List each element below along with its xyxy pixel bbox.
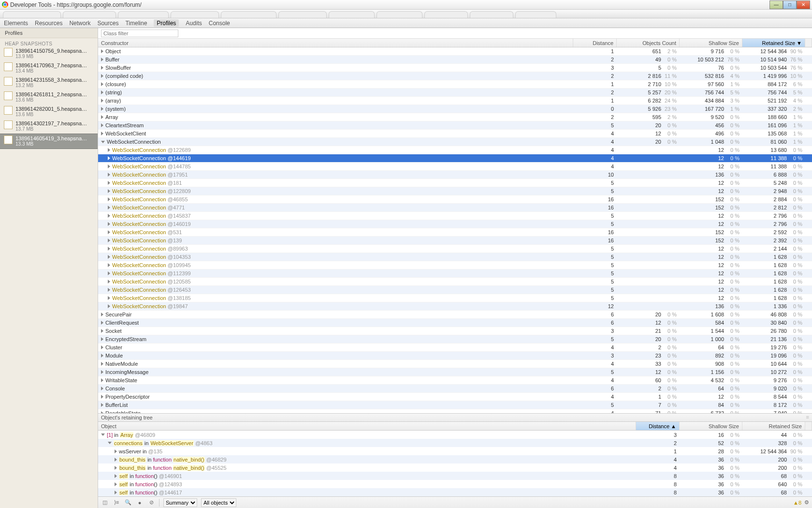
retainer-row[interactable]: [1] in Array @46809 3 160 % 440 % [98,431,812,439]
disclosure-triangle-icon[interactable] [101,362,103,366]
window-close-button[interactable]: ✕ [797,0,810,9]
panel-tab-audits[interactable]: Audits [186,20,202,27]
col-constructor[interactable]: Constructor [98,39,573,47]
constructor-row[interactable]: CleartextStream 5 200 % 4560 % 161 0961 … [98,121,812,130]
disclosure-triangle-icon[interactable] [108,206,110,209]
disclosure-triangle-icon[interactable] [108,239,110,242]
browser-tab[interactable] [278,11,327,18]
snapshot-item[interactable]: 1389614150756_9.heapsna… 13.9 MB [0,46,98,61]
dock-icon[interactable]: ◫ [101,499,109,507]
browser-tab[interactable] [171,11,219,18]
col-distance[interactable]: Distance [573,39,617,47]
rcol-retained[interactable]: Retained Size [742,422,805,430]
constructor-row[interactable]: Console 6 20 % 640 % 9 0200 % [98,385,812,393]
constructor-row[interactable]: NativeModule 4 330 % 9080 % 10 6440 % [98,360,812,368]
constructor-row[interactable]: (array) 1 6 28224 % 434 8843 % 521 1924 … [98,97,812,105]
disclosure-triangle-icon[interactable] [108,189,110,193]
view-select[interactable]: Summary [163,498,197,507]
disclosure-triangle-icon[interactable] [108,156,110,160]
disclosure-triangle-icon[interactable] [101,58,103,61]
disclosure-triangle-icon[interactable] [108,164,110,168]
constructor-row[interactable]: SlowBuffer 3 50 % 760 % 10 503 54476 % [98,64,812,72]
panel-tab-network[interactable]: Network [69,20,90,27]
disclosure-triangle-icon[interactable] [101,99,103,103]
constructor-row[interactable]: Array 2 5952 % 9 5200 % 188 6601 % [98,113,812,121]
browser-tab[interactable] [424,11,468,18]
browser-tab[interactable] [329,11,375,18]
disclosure-triangle-icon[interactable] [108,214,110,218]
rcol-object[interactable]: Object [98,422,636,430]
disclosure-triangle-icon[interactable] [101,123,103,127]
constructor-row[interactable]: (compiled code) 2 2 81611 % 532 8164 % 1… [98,72,812,80]
snapshot-item[interactable]: 1389614282001_5.heapsna… 13.6 MB [0,105,98,119]
panel-tab-elements[interactable]: Elements [4,20,28,27]
disclosure-triangle-icon[interactable] [108,271,110,275]
constructor-row[interactable]: WebSocketClient 4 120 % 4960 % 135 0681 … [98,130,812,138]
browser-tab[interactable] [221,11,276,18]
constructor-row[interactable]: WebSocketConnection @126453 5 120 % 1 62… [98,286,812,294]
disclosure-triangle-icon[interactable] [108,197,110,201]
constructor-row[interactable]: WebSocketConnection @112399 5 120 % 1 62… [98,269,812,278]
disclosure-triangle-icon[interactable] [115,482,117,486]
constructor-row[interactable]: WebSocketConnection @17951 10 1360 % 6 8… [98,171,812,179]
disclosure-triangle-icon[interactable] [115,458,117,462]
snapshot-item[interactable]: 1389614170963_7.heapsna… 13.4 MB [0,61,98,75]
browser-tab[interactable] [515,11,556,18]
snapshot-item[interactable]: 1389614261811_2.heapsna… 13.6 MB [0,90,98,105]
disclosure-triangle-icon[interactable] [108,181,110,185]
constructor-row[interactable]: WebSocketConnection @138185 5 120 % 1 62… [98,294,812,302]
constructor-row[interactable]: ReadableState 4 710 % 6 7320 % 7 9400 % [98,409,812,413]
disclosure-triangle-icon[interactable] [101,354,103,358]
disclosure-triangle-icon[interactable] [108,222,110,226]
disclosure-triangle-icon[interactable] [101,329,103,333]
disclosure-triangle-icon[interactable] [108,280,110,284]
col-objects-count[interactable]: Objects Count [617,39,680,47]
retainer-row[interactable]: self in function() @124893 8 360 % 6400 … [98,480,812,488]
class-filter-input[interactable] [101,30,178,37]
disclosure-triangle-icon[interactable] [101,90,103,94]
disclosure-triangle-icon[interactable] [108,230,110,234]
constructor-row[interactable]: WritableState 4 600 % 4 5320 % 9 2760 % [98,376,812,385]
constructor-row[interactable]: Socket 3 210 % 1 5440 % 26 7800 % [98,327,812,335]
disclosure-triangle-icon[interactable] [108,247,110,251]
disclosure-triangle-icon[interactable] [101,337,103,341]
retainers-splitter[interactable]: Object's retaining tree [98,413,812,422]
constructor-row[interactable]: WebSocketConnection @89963 5 120 % 2 144… [98,245,812,253]
constructor-row[interactable]: BufferList 5 70 % 840 % 8 1720 % [98,401,812,409]
constructor-row[interactable]: WebSocketConnection @46855 16 1520 % 2 8… [98,195,812,204]
browser-tab[interactable] [470,11,513,18]
disclosure-triangle-icon[interactable] [108,173,110,177]
disclosure-triangle-icon[interactable] [108,296,110,300]
panel-tab-sources[interactable]: Sources [97,20,118,27]
retainer-row[interactable]: self in function() @146901 8 360 % 680 % [98,472,812,480]
window-minimize-button[interactable]: — [769,0,783,9]
snapshot-item[interactable]: 1389614605419_3.heapsna… 13.3 MB [0,134,98,149]
constructor-row[interactable]: WebSocketConnection @122809 5 120 % 2 94… [98,187,812,195]
disclosure-triangle-icon[interactable] [101,403,103,407]
constructors-grid[interactable]: Object 1 6512 % 9 7160 % 12 544 36490 % … [98,47,812,413]
disclosure-triangle-icon[interactable] [108,304,110,308]
disclosure-triangle-icon[interactable] [101,345,103,349]
constructor-row[interactable]: PropertyDescriptor 4 10 % 120 % 8 5440 % [98,393,812,401]
constructor-row[interactable]: IncomingMessage 5 120 % 1 1560 % 10 2720… [98,368,812,376]
disclosure-triangle-icon[interactable] [101,132,103,135]
snapshot-item[interactable]: 1389614302197_7.heapsna… 13.7 MB [0,119,98,134]
snapshot-item[interactable]: 1389614231558_3.heapsna… 13.2 MB [0,75,98,90]
disclosure-triangle-icon[interactable] [101,387,103,390]
constructor-row[interactable]: WebSocketConnection @19847 12 1360 % 1 3… [98,302,812,311]
constructor-row[interactable]: (system) 0 5 92623 % 167 7201 % 337 3202… [98,105,812,113]
filter-select[interactable]: All objects [201,498,236,507]
constructor-row[interactable]: WebSocketConnection @109945 5 120 % 1 62… [98,261,812,269]
constructor-row[interactable]: WebSocketConnection @146019 5 120 % 2 79… [98,220,812,228]
disclosure-triangle-icon[interactable] [101,107,103,111]
panel-tab-console[interactable]: Console [209,20,230,27]
disclosure-triangle-icon[interactable] [101,370,103,374]
constructor-row[interactable]: ClientRequest 6 120 % 5840 % 30 8400 % [98,319,812,327]
disclosure-triangle-icon[interactable] [101,378,103,382]
constructor-row[interactable]: WebSocketConnection @144619 4 120 % 11 3… [98,154,812,163]
rcol-distance[interactable]: Distance ▲ [636,422,680,430]
disclosure-triangle-icon[interactable] [101,313,103,316]
disclosure-triangle-icon[interactable] [101,141,105,143]
clear-icon[interactable]: ⊘ [147,499,155,507]
rcol-shallow[interactable]: Shallow Size [680,422,742,430]
